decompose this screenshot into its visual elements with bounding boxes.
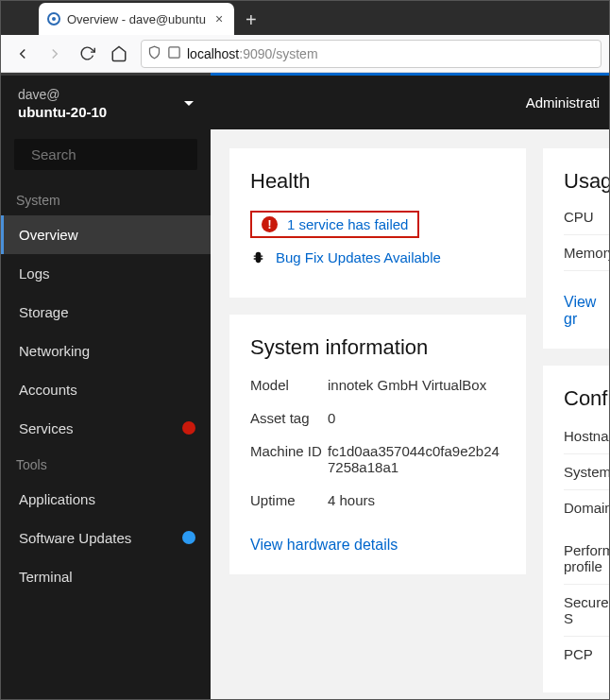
usage-memory: Memory	[564, 235, 609, 271]
url-bar[interactable]: localhost:9090/system	[141, 40, 602, 68]
failed-service-alert[interactable]: ! 1 service has failed	[250, 211, 419, 238]
label-asset: Asset tag	[250, 410, 328, 426]
host-selector[interactable]: dave@ ubuntu-20-10	[1, 73, 211, 133]
usage-cpu: CPU	[564, 209, 609, 235]
sidebar-item-storage[interactable]: Storage	[1, 293, 211, 332]
browser-tab-strip: Overview - dave@ubuntu × +	[1, 1, 609, 35]
config-hostname: Hostnam	[564, 428, 609, 454]
sidebar-item-terminal[interactable]: Terminal	[1, 557, 211, 596]
back-button[interactable]	[8, 40, 37, 68]
usage-card: Usage CPU Memory View gr	[543, 148, 609, 349]
search-input[interactable]	[14, 139, 197, 170]
sidebar-item-services[interactable]: Services	[1, 409, 211, 448]
browser-toolbar: localhost:9090/system	[1, 35, 609, 73]
hardware-details-link[interactable]: View hardware details	[250, 537, 505, 554]
sysinfo-card: System information Model innotek GmbH Vi…	[229, 315, 526, 574]
nav-section-system: System	[1, 183, 211, 215]
bug-icon	[250, 249, 266, 265]
sidebar-item-accounts[interactable]: Accounts	[1, 370, 211, 409]
home-button[interactable]	[105, 40, 133, 68]
updates-available-row[interactable]: Bug Fix Updates Available	[250, 249, 505, 265]
admin-toggle-link[interactable]: Administrati	[526, 94, 600, 111]
label-uptime: Uptime	[250, 492, 328, 508]
svg-point-1	[52, 17, 56, 21]
main-content: Health ! 1 service has failed Bug Fix Up…	[211, 129, 609, 699]
view-graphs-link[interactable]: View gr	[564, 294, 609, 328]
url-text: localhost:9090/system	[187, 46, 595, 61]
host-user: dave@	[18, 86, 107, 103]
config-perf: Perform profile	[564, 533, 609, 585]
config-card: Confi Hostnam System Domain Perform prof…	[543, 366, 609, 692]
config-domain: Domain	[564, 490, 609, 533]
browser-tab-active[interactable]: Overview - dave@ubuntu ×	[39, 3, 234, 35]
chevron-down-icon	[184, 101, 194, 106]
config-secure: Secure S	[564, 585, 609, 637]
svg-rect-2	[169, 46, 179, 57]
value-machineid: fc1d0aa357044c0fa9e2b247258a18a1	[328, 443, 505, 475]
config-title: Confi	[564, 386, 609, 411]
usage-title: Usage	[564, 169, 609, 194]
sidebar-item-networking[interactable]: Networking	[1, 332, 211, 370]
alert-badge-icon	[182, 421, 195, 435]
forward-button	[41, 40, 69, 68]
info-icon[interactable]	[167, 45, 181, 62]
config-pcp: PCP	[564, 637, 609, 672]
label-model: Model	[250, 377, 328, 393]
host-name: ubuntu-20-10	[18, 103, 107, 122]
reload-button[interactable]	[73, 40, 101, 68]
new-tab-button[interactable]: +	[234, 9, 268, 35]
value-uptime: 4 hours	[328, 492, 505, 508]
nav-section-tools: Tools	[1, 448, 211, 480]
sidebar: dave@ ubuntu-20-10 System Overview Logs …	[1, 73, 211, 699]
value-model: innotek GmbH VirtualBox	[328, 377, 505, 393]
value-asset: 0	[328, 410, 505, 426]
sysinfo-title: System information	[250, 335, 505, 360]
sidebar-item-applications[interactable]: Applications	[1, 480, 211, 519]
health-title: Health	[250, 169, 505, 194]
sidebar-item-software-updates[interactable]: Software Updates	[1, 519, 211, 557]
health-card: Health ! 1 service has failed Bug Fix Up…	[229, 148, 526, 298]
sidebar-item-logs[interactable]: Logs	[1, 254, 211, 293]
info-badge-icon	[182, 531, 195, 544]
exclamation-circle-icon: !	[262, 216, 278, 232]
close-tab-icon[interactable]: ×	[212, 11, 227, 26]
cockpit-favicon-icon	[46, 11, 61, 26]
config-system: System	[564, 454, 609, 490]
sidebar-item-overview[interactable]: Overview	[1, 215, 211, 254]
failed-service-link: 1 service has failed	[287, 216, 408, 232]
updates-link: Bug Fix Updates Available	[276, 249, 441, 265]
shield-icon[interactable]	[147, 45, 161, 62]
tab-title: Overview - dave@ubuntu	[67, 12, 206, 26]
label-machineid: Machine ID	[250, 443, 328, 475]
